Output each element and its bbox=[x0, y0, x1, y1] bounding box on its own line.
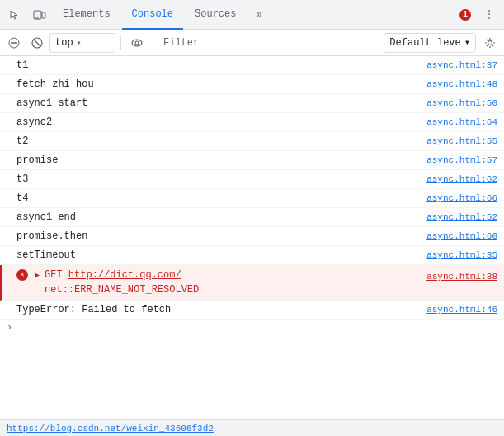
error-dot: 1 bbox=[459, 9, 471, 21]
console-row-settimeout: setTimeout async.html:35 bbox=[0, 246, 504, 265]
console-msg: fetch zhi hou bbox=[16, 77, 420, 92]
svg-point-7 bbox=[132, 40, 142, 46]
console-msg: promise bbox=[16, 153, 420, 168]
console-row-t3: t3 async.html:62 bbox=[0, 170, 504, 189]
console-row-t2: t2 async.html:55 bbox=[0, 132, 504, 151]
console-settings-button[interactable] bbox=[479, 32, 501, 54]
context-value: top bbox=[55, 37, 73, 49]
console-row-t1: t1 async.html:37 bbox=[0, 56, 504, 75]
console-msg: t3 bbox=[16, 172, 420, 187]
tab-elements-label: Elements bbox=[63, 8, 111, 20]
error-url-link[interactable]: http://dict.qq.com/ bbox=[68, 269, 181, 281]
prompt-icon: › bbox=[7, 322, 12, 334]
console-msg: setTimeout bbox=[16, 248, 420, 263]
toolbar-divider2 bbox=[153, 36, 153, 50]
console-source[interactable]: async.html:60 bbox=[426, 229, 497, 244]
error-icon: ✕ bbox=[16, 269, 28, 281]
more-options-button[interactable]: ⋮ bbox=[478, 3, 501, 26]
status-bar-url[interactable]: https://blog.csdn.net/weixin_43606f3d2 bbox=[7, 424, 214, 434]
console-msg: t2 bbox=[16, 134, 420, 149]
console-source[interactable]: async.html:62 bbox=[426, 172, 497, 187]
console-source[interactable]: async.html:55 bbox=[426, 134, 497, 149]
tab-console[interactable]: Console bbox=[122, 0, 183, 30]
svg-point-9 bbox=[488, 40, 492, 45]
cursor-tool-button[interactable] bbox=[3, 3, 26, 26]
console-output: t1 async.html:37 fetch zhi hou async.htm… bbox=[0, 56, 504, 419]
console-row-async2: async2 async.html:64 bbox=[0, 113, 504, 132]
console-row-async1start: async1 start async.html:50 bbox=[0, 94, 504, 113]
device-toolbar-button[interactable] bbox=[28, 3, 51, 26]
console-source[interactable]: async.html:52 bbox=[426, 210, 497, 225]
error-msg-line1: GET http://dict.qq.com/ bbox=[45, 268, 420, 282]
console-msg: async1 end bbox=[16, 210, 420, 225]
console-msg: TypeError: Failed to fetch bbox=[16, 302, 420, 317]
console-source[interactable]: async.html:46 bbox=[426, 302, 497, 317]
console-source[interactable]: async.html:38 bbox=[426, 269, 497, 284]
context-arrow-icon: ▾ bbox=[77, 38, 82, 48]
console-toolbar: top ▾ Filter Default leve ▾ bbox=[0, 30, 504, 56]
console-row-neterror: ✕ ▶ GET http://dict.qq.com/ net::ERR_NAM… bbox=[0, 265, 504, 301]
log-level-selector[interactable]: Default leve ▾ bbox=[384, 33, 476, 53]
error-content: GET http://dict.qq.com/ net::ERR_NAME_NO… bbox=[45, 268, 420, 297]
error-badge[interactable]: 1 bbox=[455, 6, 476, 24]
status-bar: https://blog.csdn.net/weixin_43606f3d2 bbox=[0, 419, 504, 436]
console-prompt-row[interactable]: › bbox=[0, 320, 504, 336]
console-row-fetch: fetch zhi hou async.html:48 bbox=[0, 75, 504, 94]
tab-console-label: Console bbox=[132, 8, 173, 20]
expand-triangle-icon[interactable]: ▶ bbox=[35, 268, 40, 283]
level-label: Default leve bbox=[389, 37, 460, 49]
console-row-typeerror: TypeError: Failed to fetch async.html:46 bbox=[0, 301, 504, 320]
tab-bar: Elements Console Sources » 1 ⋮ bbox=[0, 0, 504, 30]
svg-line-6 bbox=[34, 39, 41, 46]
more-tabs-button[interactable]: » bbox=[247, 3, 271, 26]
console-row-promisethen: promise.then async.html:60 bbox=[0, 227, 504, 246]
console-msg: async1 start bbox=[16, 96, 420, 111]
console-msg: promise.then bbox=[16, 229, 420, 244]
console-source[interactable]: async.html:66 bbox=[426, 191, 497, 206]
level-arrow-icon: ▾ bbox=[464, 36, 470, 49]
console-source[interactable]: async.html:57 bbox=[426, 153, 497, 168]
console-msg: async2 bbox=[16, 115, 420, 130]
toolbar-divider bbox=[120, 36, 121, 50]
console-row-promise: promise async.html:57 bbox=[0, 151, 504, 170]
console-msg: t4 bbox=[16, 191, 420, 206]
context-selector[interactable]: top ▾ bbox=[49, 33, 115, 53]
eye-filter-button[interactable] bbox=[126, 32, 148, 54]
filter-label: Filter bbox=[158, 37, 204, 49]
console-source[interactable]: async.html:64 bbox=[426, 115, 497, 130]
console-source[interactable]: async.html:50 bbox=[426, 96, 497, 111]
console-source[interactable]: async.html:35 bbox=[426, 248, 497, 263]
tab-sources[interactable]: Sources bbox=[185, 0, 246, 30]
console-row-t4: t4 async.html:66 bbox=[0, 189, 504, 208]
error-msg-line2: net::ERR_NAME_NOT_RESOLVED bbox=[45, 282, 420, 297]
clear-console-button[interactable] bbox=[3, 32, 25, 54]
console-source[interactable]: async.html:48 bbox=[426, 77, 497, 92]
console-msg: t1 bbox=[16, 58, 420, 73]
svg-point-8 bbox=[135, 41, 139, 45]
console-source[interactable]: async.html:37 bbox=[426, 58, 497, 73]
tab-elements[interactable]: Elements bbox=[53, 0, 120, 30]
svg-rect-1 bbox=[42, 12, 45, 18]
tab-sources-label: Sources bbox=[195, 8, 236, 20]
console-row-async1end: async1 end async.html:52 bbox=[0, 208, 504, 227]
block-button[interactable] bbox=[26, 32, 48, 54]
